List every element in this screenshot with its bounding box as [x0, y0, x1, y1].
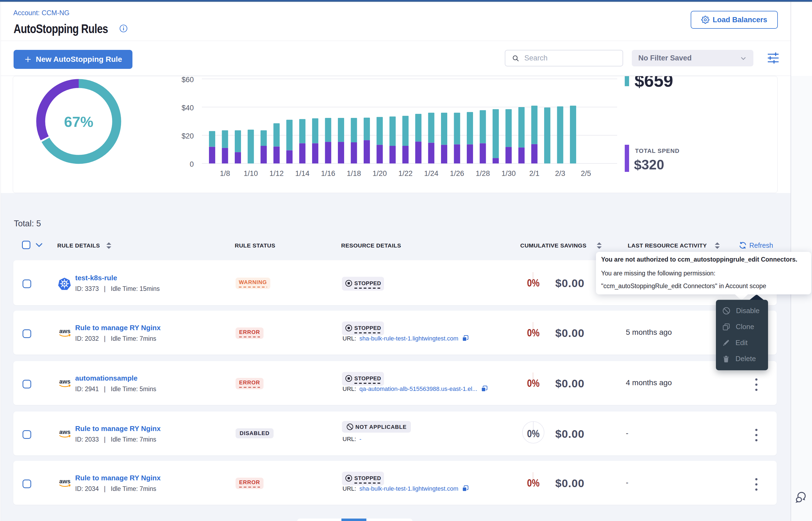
svg-text:2/1: 2/1: [529, 169, 539, 178]
svg-text:TOTAL SPEND: TOTAL SPEND: [635, 148, 680, 154]
svg-text:1/14: 1/14: [295, 169, 309, 178]
svg-text:$40: $40: [181, 104, 194, 112]
svg-text:2/5: 2/5: [581, 169, 591, 178]
svg-text:1/8: 1/8: [220, 169, 230, 178]
svg-text:1/24: 1/24: [424, 169, 439, 178]
svg-text:$20: $20: [181, 132, 194, 140]
svg-text:1/20: 1/20: [372, 169, 387, 178]
svg-text:1/16: 1/16: [321, 169, 336, 178]
svg-text:1/18: 1/18: [347, 169, 361, 178]
svg-text:$320: $320: [634, 157, 664, 173]
svg-text:1/30: 1/30: [501, 169, 516, 178]
svg-text:aws: aws: [59, 328, 70, 335]
svg-text:$60: $60: [181, 76, 194, 84]
svg-text:0: 0: [190, 160, 194, 168]
svg-text:aws: aws: [59, 429, 70, 435]
svg-text:1/28: 1/28: [476, 169, 490, 178]
svg-text:aws: aws: [59, 478, 70, 485]
svg-text:67%: 67%: [64, 114, 93, 130]
svg-text:1/12: 1/12: [270, 169, 284, 178]
svg-text:1/22: 1/22: [399, 169, 413, 178]
svg-text:aws: aws: [59, 378, 70, 385]
svg-text:2/3: 2/3: [555, 169, 565, 178]
svg-text:1/10: 1/10: [244, 169, 258, 178]
svg-text:1/26: 1/26: [450, 169, 464, 178]
svg-text:$659: $659: [635, 76, 673, 91]
